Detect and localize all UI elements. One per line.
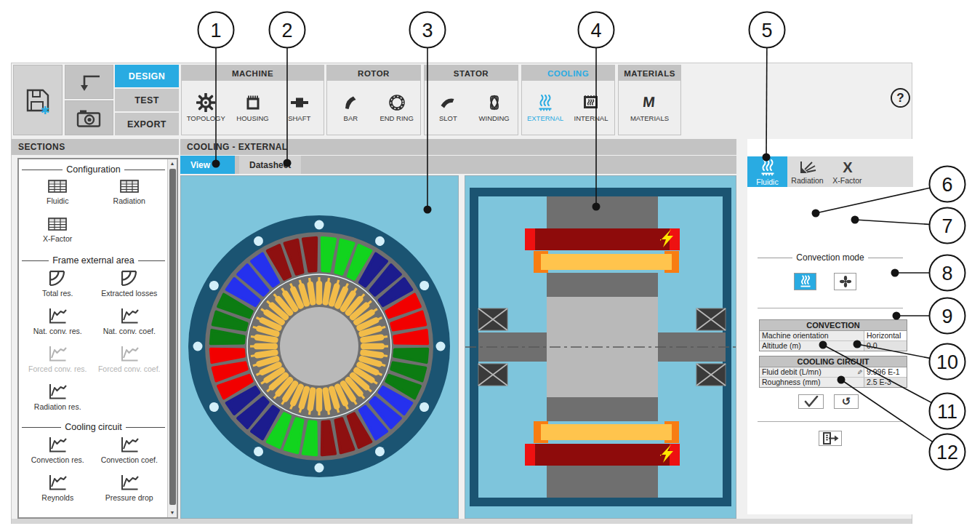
radial-view-panel <box>180 175 459 519</box>
scrollbar-thumb[interactable] <box>169 169 176 505</box>
ribbon-item-housing[interactable]: HOUSING <box>230 93 276 122</box>
tab-radiation[interactable]: Radiation <box>787 156 827 187</box>
x-factor-icon: X <box>839 159 856 175</box>
sidebar-item-reynolds[interactable]: Reynolds <box>22 473 94 511</box>
external-panel: Fluidic Radiation X X-Factor Convection … <box>747 139 913 514</box>
ribbon-item-label: MATERIALS <box>630 114 669 122</box>
scroll-down-icon[interactable]: ▼ <box>168 509 177 517</box>
row-label: Machine orientation <box>762 331 829 340</box>
undo-button[interactable] <box>65 65 113 99</box>
sidebar-item-nat-conv-coef[interactable]: Nat. conv. coef. <box>94 306 166 344</box>
save-button[interactable]: ✱ <box>13 65 63 135</box>
sidebar-item-radiation[interactable]: Radiation <box>94 178 166 215</box>
tab-export[interactable]: EXPORT <box>115 113 179 135</box>
sidebar-item-pressure-drop[interactable]: Pressure drop <box>94 473 166 511</box>
ribbon-item-bar[interactable]: BAR <box>328 93 373 122</box>
tab-radiation-label: Radiation <box>791 176 823 185</box>
section-group-title: Configuration <box>22 164 165 175</box>
shaft-icon <box>290 93 309 112</box>
sidebar-item-total-res[interactable]: Total res. <box>22 268 94 306</box>
tab-test[interactable]: TEST <box>115 89 179 111</box>
table-icon <box>47 215 68 233</box>
reset-button[interactable]: ↺ <box>834 394 859 409</box>
ribbon-group-title: ROTOR <box>327 65 420 81</box>
chart-icon <box>119 435 140 454</box>
snapshot-button[interactable] <box>65 100 113 135</box>
machine-orientation-value[interactable]: Horizontal <box>864 331 907 340</box>
app-window: ✱ DESIGN TEST EXPORT MACHINETOPOLOGYHOUS… <box>11 63 912 524</box>
sidebar-item-extracted-losses[interactable]: Extracted losses <box>94 268 166 306</box>
arcs-icon <box>119 268 140 287</box>
ribbon-item-label: END RING <box>379 114 413 122</box>
sidebar-item-label: Pressure drop <box>105 493 153 502</box>
ribbon-item-shaft[interactable]: SHAFT <box>277 93 322 122</box>
tab-view[interactable]: View <box>180 156 235 174</box>
heat-icon <box>536 93 555 112</box>
callout-1-circle <box>198 12 234 48</box>
check-icon <box>803 396 820 407</box>
sidebar-scrollbar[interactable]: ▲ ▼ <box>167 159 177 517</box>
section-group-items: FluidicRadiationX-Factor <box>22 178 165 253</box>
chart-icon <box>47 473 68 492</box>
convection-mode-label: Convection mode <box>796 252 864 263</box>
ribbon-item-internal[interactable]: INTERNAL <box>569 93 614 122</box>
callout-7-circle <box>930 208 965 244</box>
forced-convection-fan-button[interactable] <box>834 273 856 290</box>
table-row: Roughness (mm) 2.5 E-3 <box>760 377 907 387</box>
roughness-value[interactable]: 2.5 E-3 <box>864 378 907 387</box>
sidebar-item-radiation-res[interactable]: Radiation res. <box>22 382 94 420</box>
tab-design[interactable]: DESIGN <box>115 65 179 87</box>
arcs-icon <box>47 268 68 287</box>
topology-icon <box>196 93 215 112</box>
divider <box>758 308 903 308</box>
tab-fluidic[interactable]: Fluidic <box>747 156 787 187</box>
save-icon: ✱ <box>23 85 53 116</box>
sections-header: SECTIONS <box>12 139 179 155</box>
svg-text:✱: ✱ <box>41 104 50 116</box>
ribbon-item-slot[interactable]: SLOT <box>425 93 470 122</box>
ribbon-item-end-ring[interactable]: END RING <box>374 93 419 122</box>
sections-title: SECTIONS <box>18 142 65 152</box>
sidebar-item-fluidic[interactable]: Fluidic <box>22 178 94 215</box>
endring-icon <box>387 93 406 112</box>
cooling-circuit-table-title: COOLING CIRCUIT <box>760 356 907 367</box>
natural-convection-button[interactable] <box>794 273 816 290</box>
tab-xfactor-label: X-Factor <box>832 176 861 185</box>
ribbon-item-topology[interactable]: TOPOLOGY <box>183 93 228 122</box>
table-row: Altitude (m) ✎ 0.0 <box>760 340 907 351</box>
scroll-up-icon[interactable]: ▲ <box>168 159 177 168</box>
chart-icon <box>119 473 140 492</box>
chart-icon <box>119 344 140 363</box>
sidebar-item-convection-coef[interactable]: Convection coef. <box>94 435 166 473</box>
help-button[interactable]: ? <box>891 88 910 108</box>
ribbon-item-label: BAR <box>344 114 358 122</box>
sidebar-item-convection-res[interactable]: Convection res. <box>22 435 94 473</box>
chart-icon <box>47 382 68 401</box>
sidebar-item-label: Forced conv. res. <box>28 364 87 373</box>
sidebar-item-x-factor[interactable]: X-Factor <box>22 215 94 253</box>
ribbon-group-stator: STATORSLOTWINDING <box>424 65 518 135</box>
altitude-value[interactable]: 0.0 <box>864 341 907 351</box>
main-title: COOLING - EXTERNAL <box>187 142 288 152</box>
main-header: COOLING - EXTERNAL <box>180 139 736 155</box>
chart-icon <box>47 306 68 325</box>
sidebar-item-label: Convection coef. <box>101 455 158 464</box>
ribbon-item-label: SLOT <box>439 114 457 122</box>
callout-6-number: 6 <box>941 174 952 196</box>
ribbon-item-label: HOUSING <box>236 114 268 122</box>
ribbon-item-winding[interactable]: WINDING <box>472 93 517 122</box>
apply-button[interactable] <box>798 394 824 409</box>
ribbon-group-materials: MATERIALSMMATERIALS <box>618 65 681 135</box>
ribbon-item-materials[interactable]: MMATERIALS <box>627 93 672 122</box>
callout-8-circle <box>930 255 965 291</box>
table-icon <box>119 178 140 195</box>
tab-xfactor[interactable]: X X-Factor <box>827 156 867 187</box>
winding-icon <box>485 93 504 112</box>
ribbon-group-cooling: COOLINGEXTERNALINTERNAL <box>521 65 615 135</box>
section-group-items: Total res.Extracted lossesNat. conv. res… <box>22 268 165 420</box>
sidebar-item-nat-conv-res[interactable]: Nat. conv. res. <box>22 306 94 344</box>
fluid-debit-value[interactable]: 9.996 E-1 <box>864 367 907 377</box>
ribbon-item-external[interactable]: EXTERNAL <box>523 93 568 122</box>
tab-datasheet[interactable]: Datasheet <box>239 156 301 174</box>
export-results-button[interactable] <box>819 431 842 446</box>
